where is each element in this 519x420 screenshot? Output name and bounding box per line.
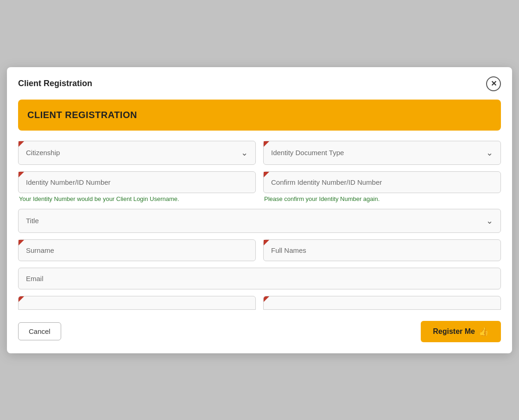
identity-doc-type-chevron-icon: ⌄ <box>486 148 493 158</box>
row-title: Title ⌄ <box>18 209 501 233</box>
row-email: Email <box>18 268 501 289</box>
title-dropdown[interactable]: Title ⌄ <box>18 209 501 233</box>
col-email: Email <box>18 268 501 289</box>
citizenship-label: Citizenship <box>26 149 60 157</box>
full-names-field[interactable]: Full Names <box>263 239 501 261</box>
citizenship-chevron-icon: ⌄ <box>241 148 248 158</box>
identity-number-field[interactable]: Identity Number/ID Number <box>18 171 256 193</box>
modal-header: Client Registration ✕ <box>18 76 501 91</box>
banner-text: CLIENT REGISTRATION <box>27 110 137 120</box>
col-citizenship: Citizenship ⌄ <box>18 141 256 165</box>
full-names-placeholder: Full Names <box>271 246 306 254</box>
register-button[interactable]: Register Me 👍 <box>421 321 501 342</box>
close-button[interactable]: ✕ <box>486 76 501 91</box>
thumbs-up-icon: 👍 <box>479 326 489 337</box>
email-placeholder: Email <box>26 275 44 282</box>
citizenship-dropdown[interactable]: Citizenship ⌄ <box>18 141 256 165</box>
partial-field-left <box>18 296 256 310</box>
identity-number-placeholder: Identity Number/ID Number <box>26 178 111 186</box>
email-field[interactable]: Email <box>18 268 501 289</box>
row-partial-bottom <box>18 296 501 310</box>
identity-doc-type-dropdown[interactable]: Identity Document Type ⌄ <box>263 141 501 165</box>
col-identity-number: Identity Number/ID Number Your Identity … <box>18 171 256 202</box>
modal-overlay: Client Registration ✕ CLIENT REGISTRATIO… <box>0 0 519 420</box>
confirm-identity-number-field[interactable]: Confirm Identity Number/ID Number <box>263 171 501 193</box>
surname-placeholder: Surname <box>26 246 54 254</box>
title-label: Title <box>26 217 39 225</box>
identity-doc-type-label: Identity Document Type <box>271 149 344 157</box>
row-surname-fullnames: Surname Full Names <box>18 239 501 261</box>
banner: CLIENT REGISTRATION <box>18 100 501 131</box>
row-citizenship-identity-doc: Citizenship ⌄ Identity Document Type ⌄ <box>18 141 501 165</box>
register-button-label: Register Me <box>433 327 475 336</box>
row-identity-number: Identity Number/ID Number Your Identity … <box>18 171 501 202</box>
col-surname: Surname <box>18 239 256 261</box>
col-partial-left <box>18 296 256 310</box>
col-identity-doc-type: Identity Document Type ⌄ <box>263 141 501 165</box>
confirm-identity-number-placeholder: Confirm Identity Number/ID Number <box>271 178 382 186</box>
col-partial-right <box>263 296 501 310</box>
title-chevron-icon: ⌄ <box>486 216 493 226</box>
close-icon: ✕ <box>491 79 497 88</box>
confirm-identity-number-hint: Please confirm your Identity Number agai… <box>263 195 501 202</box>
cancel-button[interactable]: Cancel <box>18 322 61 340</box>
identity-number-hint: Your Identity Number would be your Clien… <box>18 195 256 202</box>
partial-field-right <box>263 296 501 310</box>
footer-row: Cancel Register Me 👍 <box>18 321 501 342</box>
surname-field[interactable]: Surname <box>18 239 256 261</box>
col-title: Title ⌄ <box>18 209 501 233</box>
client-registration-modal: Client Registration ✕ CLIENT REGISTRATIO… <box>7 67 512 353</box>
modal-title: Client Registration <box>18 79 92 88</box>
col-confirm-identity-number: Confirm Identity Number/ID Number Please… <box>263 171 501 202</box>
col-full-names: Full Names <box>263 239 501 261</box>
